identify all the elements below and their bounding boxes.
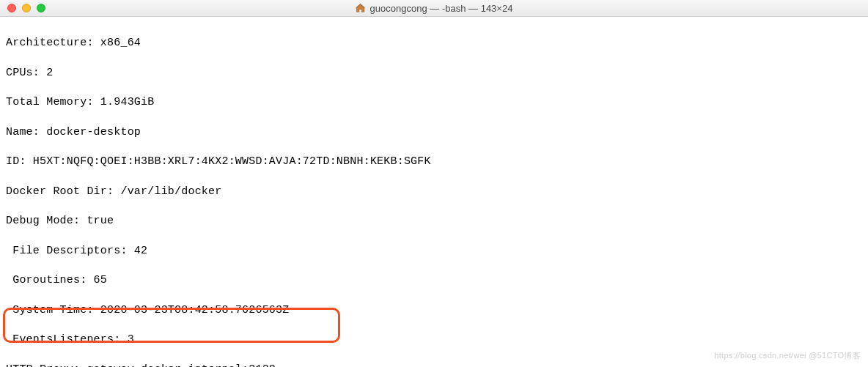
close-button[interactable] <box>7 4 16 12</box>
line-system-time: System Time: 2020-03-23T08:42:58.7626563… <box>6 303 862 318</box>
line-id: ID: H5XT:NQFQ:QOEI:H3BB:XRL7:4KX2:WWSD:A… <box>6 155 862 169</box>
line-name: Name: docker-desktop <box>6 125 862 140</box>
line-cpus: CPUs: 2 <box>6 66 862 81</box>
line-goroutines: Goroutines: 65 <box>6 273 862 288</box>
window-title-text: guocongcong — -bash — 143×24 <box>370 3 513 14</box>
watermark-text: https://blog.csdn.net/wei @51CTO博客 <box>714 350 861 361</box>
minimize-button[interactable] <box>22 4 31 12</box>
traffic-lights <box>0 4 45 12</box>
home-icon <box>356 3 366 13</box>
window-title: guocongcong — -bash — 143×24 <box>356 3 513 14</box>
terminal-output[interactable]: Architecture: x86_64 CPUs: 2 Total Memor… <box>0 17 868 367</box>
line-total-memory: Total Memory: 1.943GiB <box>6 95 862 110</box>
line-debug-mode: Debug Mode: true <box>6 214 862 229</box>
maximize-button[interactable] <box>37 4 45 12</box>
line-architecture: Architecture: x86_64 <box>6 36 862 51</box>
line-docker-root-dir: Docker Root Dir: /var/lib/docker <box>6 185 862 199</box>
line-file-descriptors: File Descriptors: 42 <box>6 244 862 259</box>
window-titlebar: guocongcong — -bash — 143×24 <box>0 0 868 17</box>
line-events-listeners: EventsListeners: 3 <box>6 333 862 347</box>
line-http-proxy: HTTP Proxy: gateway.docker.internal:3128 <box>6 363 862 367</box>
